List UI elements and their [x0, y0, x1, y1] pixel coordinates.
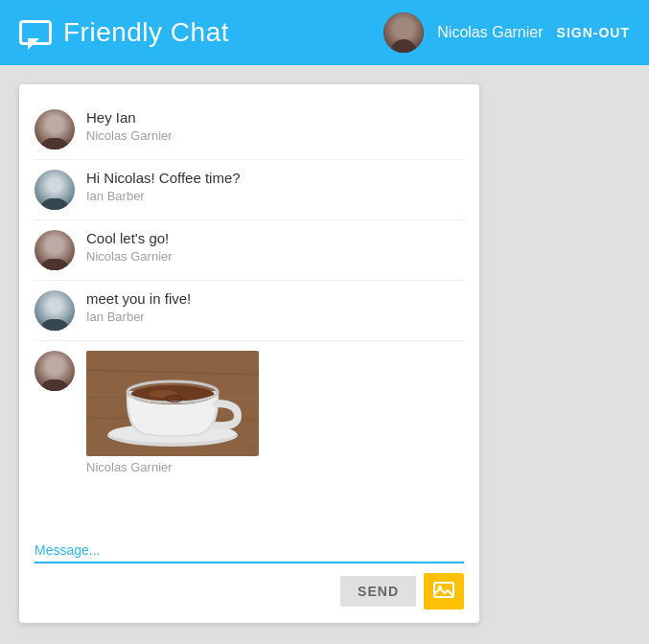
coffee-image: [86, 351, 259, 456]
avatar-ian: [35, 170, 75, 210]
message-content: Hi Nicolas! Coffee time? Ian Barber: [86, 170, 464, 203]
input-area: Message... SEND: [19, 535, 479, 623]
message-sender: Nicolas Garnier: [86, 249, 464, 264]
header-left: Friendly Chat: [19, 17, 229, 48]
user-avatar: [383, 12, 424, 53]
message-content: Nicolas Garnier: [86, 351, 464, 474]
message-input-label[interactable]: Message...: [35, 542, 464, 558]
message-row: Hi Nicolas! Coffee time? Ian Barber: [35, 160, 464, 220]
avatar-nicolas: [35, 351, 75, 391]
header-right: Nicolas Garnier SIGN-OUT: [383, 12, 630, 53]
send-button[interactable]: SEND: [340, 576, 416, 607]
sign-out-button[interactable]: SIGN-OUT: [557, 25, 630, 40]
avatar-ian: [35, 290, 75, 331]
avatar-face: [383, 12, 424, 53]
message-sender: Nicolas Garnier: [86, 128, 464, 143]
message-text: Hi Nicolas! Coffee time?: [86, 170, 464, 186]
message-sender: Ian Barber: [86, 310, 464, 324]
message-text: Hey Ian: [86, 109, 464, 126]
message-content: meet you in five! Ian Barber: [86, 290, 464, 324]
svg-point-8: [149, 390, 177, 398]
app-title: Friendly Chat: [63, 17, 229, 48]
avatar-nicolas: [35, 230, 75, 270]
message-sender: Ian Barber: [86, 189, 464, 203]
image-icon: [433, 580, 454, 604]
main-content: Hey Ian Nicolas Garnier Hi Nicolas! Coff…: [0, 65, 649, 644]
message-content: Hey Ian Nicolas Garnier: [86, 109, 464, 143]
message-content: Cool let's go! Nicolas Garnier: [86, 230, 464, 264]
chat-card: Hey Ian Nicolas Garnier Hi Nicolas! Coff…: [19, 84, 479, 623]
message-text: meet you in five!: [86, 290, 464, 307]
message-text: Cool let's go!: [86, 230, 464, 246]
messages-list: Hey Ian Nicolas Garnier Hi Nicolas! Coff…: [19, 84, 479, 535]
input-underline: [35, 562, 464, 564]
user-name: Nicolas Garnier: [437, 24, 543, 41]
message-row: Cool let's go! Nicolas Garnier: [35, 220, 464, 281]
input-row: SEND: [35, 573, 464, 610]
chat-icon: [19, 20, 52, 45]
message-row: Hey Ian Nicolas Garnier: [35, 100, 464, 160]
message-input[interactable]: [35, 584, 333, 600]
svg-rect-10: [434, 583, 453, 597]
app-header: Friendly Chat Nicolas Garnier SIGN-OUT: [0, 0, 649, 65]
message-row: meet you in five! Ian Barber: [35, 281, 464, 341]
message-sender: Nicolas Garnier: [86, 460, 464, 474]
message-row: Nicolas Garnier: [35, 341, 464, 484]
image-upload-button[interactable]: [424, 573, 464, 610]
avatar-nicolas: [35, 109, 75, 150]
